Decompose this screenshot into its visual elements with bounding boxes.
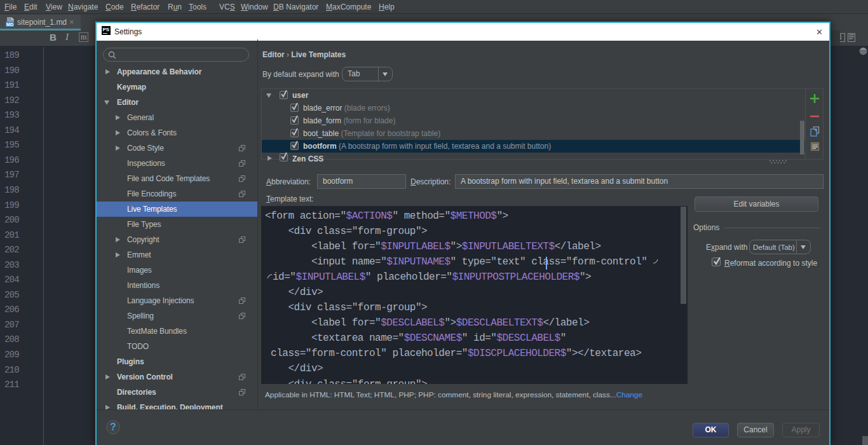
svg-text:MD: MD: [6, 22, 13, 27]
